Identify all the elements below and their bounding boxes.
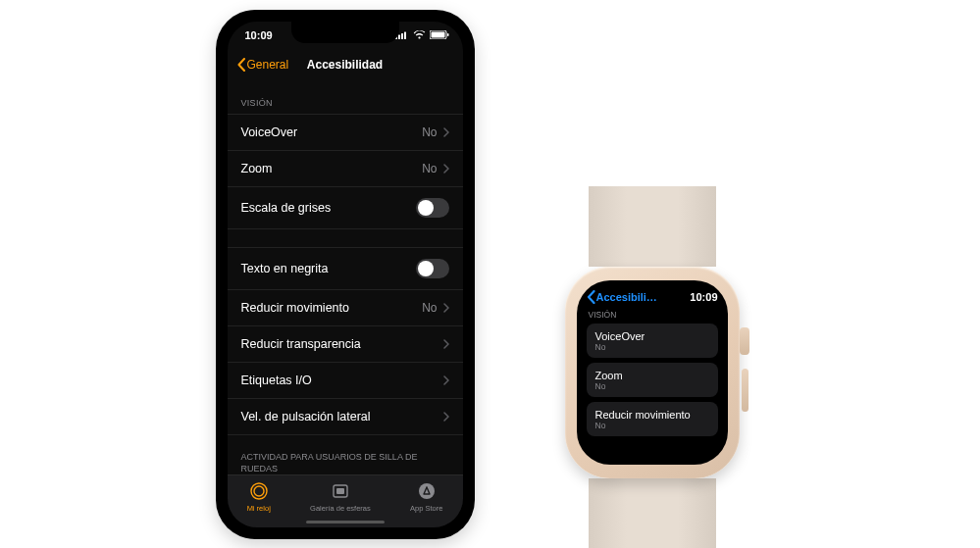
row-label: Zoom xyxy=(595,370,709,381)
status-time: 10:09 xyxy=(245,29,273,41)
row-label: Texto en negrita xyxy=(241,262,329,275)
watch-icon xyxy=(249,481,269,501)
row-label: Etiquetas I/O xyxy=(241,374,312,387)
svg-rect-2 xyxy=(401,33,403,39)
iphone-screen: 10:09 General A xyxy=(228,22,463,527)
row-value: No xyxy=(595,421,709,430)
appstore-icon xyxy=(417,481,437,501)
row-value: No xyxy=(422,125,437,139)
wifi-icon xyxy=(413,30,426,39)
apple-watch: Accesibili… 10:09 VISIÓN VoiceOver No Zo… xyxy=(549,186,755,549)
page-title: Accesibilidad xyxy=(307,58,383,72)
watch-row-voiceover[interactable]: VoiceOver No xyxy=(587,324,718,358)
tab-label: App Store xyxy=(410,504,442,513)
row-label: VoiceOver xyxy=(595,330,709,342)
svg-point-11 xyxy=(419,483,435,499)
toggle-bold-text[interactable] xyxy=(416,259,449,278)
row-bold-text[interactable]: Texto en negrita xyxy=(228,248,463,290)
svg-point-8 xyxy=(254,486,264,496)
row-value: No xyxy=(422,301,437,315)
row-reduce-transparency[interactable]: Reducir transparencia xyxy=(228,326,463,363)
iphone-frame: 10:09 General A xyxy=(216,10,475,539)
row-side-click-speed[interactable]: Vel. de pulsación lateral xyxy=(228,399,463,434)
chevron-right-icon xyxy=(443,303,449,313)
home-indicator xyxy=(306,521,385,523)
chevron-left-icon xyxy=(237,58,245,72)
row-io-labels[interactable]: Etiquetas I/O xyxy=(228,363,463,399)
watch-band-bottom xyxy=(589,478,716,549)
chevron-right-icon xyxy=(443,375,449,385)
watch-row-reduce-motion[interactable]: Reducir movimiento No xyxy=(587,402,718,436)
row-voiceover[interactable]: VoiceOver No xyxy=(228,115,463,151)
chevron-left-icon xyxy=(587,290,595,304)
row-value: No xyxy=(422,162,437,175)
tab-bar: Mi reloj Galería de esferas App Store xyxy=(228,474,463,527)
chevron-right-icon xyxy=(443,164,449,174)
nav-bar: General Accesibilidad xyxy=(228,49,463,80)
chevron-right-icon xyxy=(443,127,449,137)
svg-rect-1 xyxy=(398,35,400,40)
row-value: No xyxy=(595,381,709,391)
tab-label: Mi reloj xyxy=(247,504,271,513)
row-label: Escala de grises xyxy=(241,201,332,215)
digital-crown[interactable] xyxy=(740,327,749,355)
row-label: Reducir movimiento xyxy=(241,301,349,315)
svg-rect-5 xyxy=(431,32,444,38)
row-reduce-motion[interactable]: Reducir movimiento No xyxy=(228,290,463,326)
watch-back-button[interactable]: Accesibili… xyxy=(587,290,657,304)
notch xyxy=(291,22,399,43)
toggle-grayscale[interactable] xyxy=(416,198,449,218)
section-header-vision: VISIÓN xyxy=(228,80,463,114)
row-zoom[interactable]: Zoom No xyxy=(228,151,463,187)
row-grayscale[interactable]: Escala de grises xyxy=(228,187,463,228)
row-label: Vel. de pulsación lateral xyxy=(241,410,371,423)
row-label: Reducir transparencia xyxy=(241,337,361,351)
row-label: Zoom xyxy=(241,162,273,175)
row-value: No xyxy=(595,342,709,352)
svg-rect-3 xyxy=(404,32,406,40)
side-button[interactable] xyxy=(742,369,748,412)
row-label: Reducir movimiento xyxy=(595,409,709,421)
watch-screen: Accesibili… 10:09 VISIÓN VoiceOver No Zo… xyxy=(577,280,728,465)
watch-time: 10:09 xyxy=(690,291,717,303)
tab-app-store[interactable]: App Store xyxy=(410,481,442,513)
battery-icon xyxy=(430,30,449,39)
row-label: VoiceOver xyxy=(241,125,298,139)
chevron-right-icon xyxy=(443,412,449,422)
watch-section-vision: VISIÓN xyxy=(589,310,716,320)
tab-label: Galería de esferas xyxy=(310,504,371,513)
chevron-right-icon xyxy=(443,339,449,349)
svg-rect-10 xyxy=(336,488,344,494)
gallery-icon xyxy=(331,481,350,501)
back-button[interactable]: General xyxy=(237,58,289,72)
back-label: General xyxy=(247,58,289,72)
tab-face-gallery[interactable]: Galería de esferas xyxy=(310,481,371,513)
tab-my-watch[interactable]: Mi reloj xyxy=(247,481,271,513)
watch-case: Accesibili… 10:09 VISIÓN VoiceOver No Zo… xyxy=(565,267,740,478)
watch-row-zoom[interactable]: Zoom No xyxy=(587,363,718,397)
svg-rect-6 xyxy=(447,33,449,36)
watch-band-top xyxy=(589,186,716,267)
watch-back-label: Accesibili… xyxy=(596,291,657,303)
